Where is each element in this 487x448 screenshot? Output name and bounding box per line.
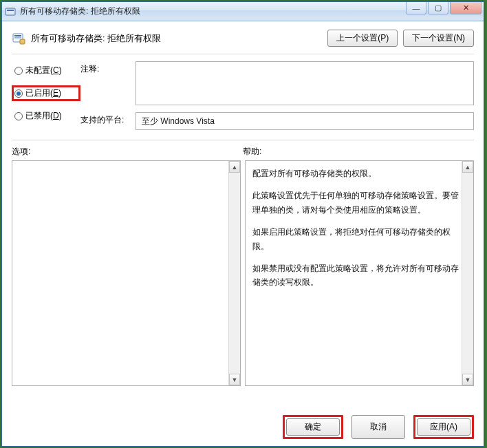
scroll-up-icon[interactable]: ▲ (462, 161, 473, 173)
options-label: 选项: (12, 146, 243, 158)
radio-dot-icon (14, 67, 23, 75)
svg-rect-6 (20, 39, 25, 44)
radio-label: 未配置(C) (25, 65, 62, 76)
close-button[interactable]: ✕ (450, 2, 481, 14)
page-title: 所有可移动存储类: 拒绝所有权限 (31, 32, 161, 45)
scroll-down-icon[interactable]: ▼ (229, 374, 240, 385)
comment-textarea[interactable] (136, 61, 474, 105)
radio-not-configured[interactable]: 未配置(C) (12, 63, 80, 78)
options-panel: ▲ ▼ (12, 160, 241, 386)
next-setting-button[interactable]: 下一个设置(N) (403, 30, 474, 47)
panel-labels: 选项: 帮助: (12, 146, 474, 158)
svg-rect-0 (6, 8, 15, 15)
help-label: 帮助: (243, 146, 474, 158)
previous-setting-button[interactable]: 上一个设置(P) (327, 30, 398, 47)
help-paragraph: 如果禁用或没有配置此策略设置，将允许对所有可移动存储类的读写权限。 (252, 262, 459, 290)
apply-highlight: 应用(A) (413, 415, 474, 439)
radio-label: 已启用(E) (25, 87, 61, 99)
policy-icon (12, 32, 25, 45)
state-radio-group: 未配置(C) 已启用(E) 已禁用(D) (12, 61, 80, 124)
help-paragraph: 如果启用此策略设置，将拒绝对任何可移动存储类的权限。 (252, 225, 459, 253)
options-content[interactable] (12, 161, 228, 385)
window-title: 所有可移动存储类: 拒绝所有权限 (20, 6, 140, 17)
window-controls: — ▢ ✕ (406, 2, 481, 14)
scroll-down-icon[interactable]: ▼ (462, 374, 473, 385)
help-paragraph: 此策略设置优先于任何单独的可移动存储策略设置。要管理单独的类，请对每个类使用相应… (252, 189, 459, 217)
fields-column: 注释: 支持的平台: 至少 Windows Vista (80, 61, 474, 130)
panels-row: ▲ ▼ 配置对所有可移动存储类的权限。 此策略设置优先于任何单独的可移动存储策略… (12, 160, 474, 386)
radio-dot-icon (14, 112, 23, 120)
comment-row: 注释: (80, 61, 474, 105)
radio-dot-icon (14, 89, 23, 98)
help-paragraph: 配置对所有可移动存储类的权限。 (252, 167, 459, 180)
platform-value: 至少 Windows Vista (142, 116, 215, 127)
content-area: 所有可移动存储类: 拒绝所有权限 上一个设置(P) 下一个设置(N) 未配置(C… (2, 21, 484, 446)
platform-label: 支持的平台: (80, 112, 129, 126)
comment-label: 注释: (80, 61, 129, 75)
config-row: 未配置(C) 已启用(E) 已禁用(D) (12, 61, 474, 130)
radio-label: 已禁用(D) (25, 110, 62, 122)
options-scrollbar[interactable]: ▲ ▼ (228, 161, 240, 385)
help-panel: 配置对所有可移动存储类的权限。 此策略设置优先于任何单独的可移动存储策略设置。要… (245, 160, 474, 386)
radio-disabled[interactable]: 已禁用(D) (12, 108, 80, 124)
svg-rect-1 (7, 10, 14, 11)
ok-button[interactable]: 确定 (286, 418, 340, 436)
help-scrollbar[interactable]: ▲ ▼ (462, 161, 473, 385)
apply-button[interactable]: 应用(A) (417, 418, 470, 436)
cancel-button[interactable]: 取消 (351, 415, 405, 439)
radio-enabled[interactable]: 已启用(E) (12, 85, 80, 101)
svg-rect-4 (14, 37, 21, 38)
scroll-up-icon[interactable]: ▲ (229, 161, 240, 173)
divider (12, 54, 474, 54)
app-icon (5, 6, 16, 17)
maximize-button[interactable]: ▢ (428, 2, 448, 14)
titlebar[interactable]: 所有可移动存储类: 拒绝所有权限 — ▢ ✕ (2, 2, 484, 21)
minimize-button[interactable]: — (406, 2, 426, 14)
help-content: 配置对所有可移动存储类的权限。 此策略设置优先于任何单独的可移动存储策略设置。要… (246, 161, 462, 385)
divider (12, 140, 474, 140)
ok-highlight: 确定 (283, 415, 343, 439)
platform-row: 支持的平台: 至少 Windows Vista (80, 112, 474, 130)
svg-rect-3 (14, 35, 21, 36)
supported-platform-field: 至少 Windows Vista (136, 112, 474, 130)
footer-buttons: 确定 取消 应用(A) (12, 408, 474, 439)
policy-editor-window: 所有可移动存储类: 拒绝所有权限 — ▢ ✕ 所有可移动存储类: 拒绝所有权限 … (1, 1, 484, 447)
header-row: 所有可移动存储类: 拒绝所有权限 上一个设置(P) 下一个设置(N) (12, 30, 474, 47)
